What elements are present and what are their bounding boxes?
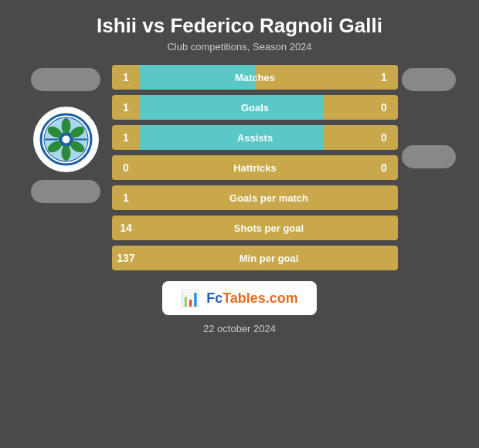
svg-point-11 [61, 145, 70, 161]
team-logo [33, 107, 99, 172]
stat-bar: Goals per match [140, 185, 398, 210]
fctables-icon: 📊 [181, 289, 200, 307]
fctables-text: FcTables.com [206, 290, 298, 307]
table-row: 1 Assists 0 [112, 125, 398, 150]
stat-label: Matches [235, 72, 275, 83]
stat-left-value: 1 [112, 125, 140, 150]
page-subtitle: Club competitions, Season 2024 [167, 41, 311, 53]
stat-label: Min per goal [240, 253, 299, 264]
stat-right-value: 0 [370, 125, 398, 150]
table-row: 1 Goals per match [112, 185, 398, 210]
stat-left-value: 14 [112, 216, 140, 240]
stat-left-value: 137 [112, 246, 140, 270]
stat-bar: Matches [140, 65, 370, 90]
stat-bar: Goals [140, 95, 370, 120]
stat-label: Goals per match [229, 192, 308, 204]
stat-label: Goals [241, 102, 269, 114]
main-content: 1 Matches 1 1 Goals 0 1 [8, 65, 471, 270]
table-row: 1 Goals 0 [112, 95, 398, 120]
table-row: 0 Hattricks 0 [112, 155, 398, 180]
oval-right-1 [402, 68, 456, 91]
page-title: Ishii vs Federico Ragnoli Galli [97, 14, 382, 38]
svg-point-8 [61, 118, 70, 134]
stat-left-value: 0 [112, 155, 140, 180]
table-row: 14 Shots per goal [112, 216, 398, 240]
oval-left-2 [31, 180, 100, 203]
left-column [19, 65, 112, 203]
stat-bar: Min per goal [140, 246, 398, 270]
table-row: 137 Min per goal [112, 246, 398, 270]
stat-right-value: 1 [370, 65, 398, 90]
stat-label: Assists [237, 132, 273, 144]
date-label: 22 october 2024 [203, 323, 276, 334]
stat-left-value: 1 [112, 65, 140, 90]
stat-left-value: 1 [112, 185, 140, 210]
stat-right-value: 0 [370, 95, 398, 120]
right-column [398, 65, 460, 168]
fctables-banner: 📊 FcTables.com [162, 281, 317, 315]
stat-left-value: 1 [112, 95, 140, 120]
oval-right-2 [402, 145, 456, 168]
table-row: 1 Matches 1 [112, 65, 398, 90]
stat-label: Hattricks [233, 162, 277, 174]
stat-bar: Assists [140, 125, 370, 150]
stat-label: Shots per goal [234, 222, 304, 234]
stat-bar: Shots per goal [140, 216, 398, 240]
stat-right-value: 0 [370, 155, 398, 180]
stat-bar: Hattricks [140, 155, 370, 180]
oval-left-1 [31, 68, 100, 91]
svg-point-15 [62, 136, 70, 144]
page-container: Ishii vs Federico Ragnoli Galli Club com… [0, 0, 479, 448]
stats-column: 1 Matches 1 1 Goals 0 1 [112, 65, 398, 270]
